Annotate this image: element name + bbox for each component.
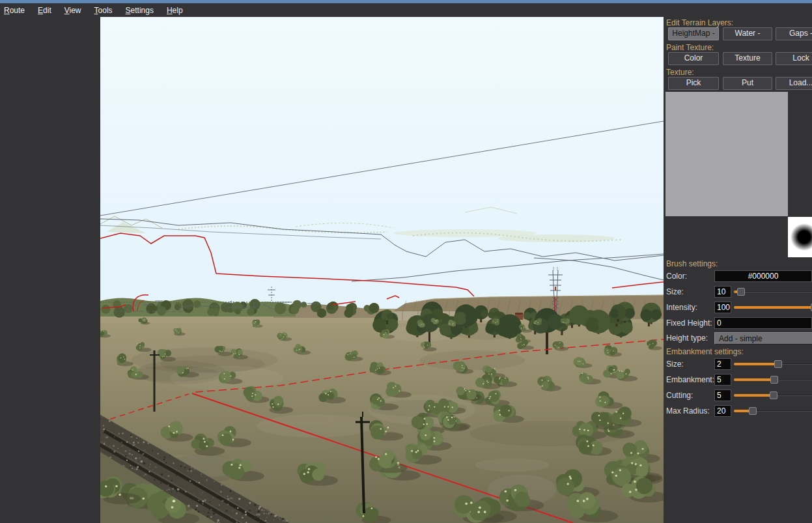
max-radius-input[interactable]: 20 (714, 405, 731, 417)
brush-color-field[interactable]: #000000 (714, 270, 812, 282)
pick-button[interactable]: Pick (668, 77, 719, 90)
embankment-size-row: Size: 2 (664, 358, 812, 371)
fixed-height-label: Fixed Height: (666, 318, 712, 328)
brush-size-input[interactable]: 10 (714, 286, 731, 298)
slider-track[interactable] (734, 291, 812, 292)
embankment-settings-label: Embankment settings: (666, 347, 744, 356)
fixed-height-input[interactable]: 0 (714, 317, 812, 329)
texture-preview[interactable] (665, 92, 788, 216)
cutting-row: Cutting: 5 (664, 389, 812, 402)
brush-preview (788, 217, 812, 257)
menu-item-view[interactable]: View (58, 4, 88, 17)
cutting-label: Cutting: (666, 391, 693, 400)
slider-thumb[interactable] (737, 288, 745, 296)
embankment-input[interactable]: 5 (714, 374, 731, 386)
slider-thumb[interactable] (774, 360, 782, 368)
brush-size-label: Size: (666, 287, 684, 296)
texture-label: Texture: (666, 68, 694, 77)
brush-color-row: Color: #000000 (664, 270, 812, 283)
texture-button[interactable]: Texture (723, 52, 772, 65)
slider-fill (734, 363, 778, 365)
brush-size-slider[interactable] (734, 286, 812, 298)
brush-settings-label: Brush settings: (666, 259, 718, 268)
paint-texture-label: Paint Texture: (666, 43, 714, 52)
gaps-button[interactable]: Gaps - (776, 27, 812, 40)
slider-fill (734, 394, 774, 397)
slider-fill (734, 378, 774, 381)
put-button[interactable]: Put (723, 77, 772, 90)
max-radius-slider[interactable] (734, 405, 812, 417)
embankment-size-slider[interactable] (734, 358, 812, 370)
brush-intensity-row: Intensity: 100 (664, 302, 812, 314)
height-type-row: Height type: Add - simple (664, 332, 812, 345)
embankment-label: Embankment: (666, 375, 714, 384)
menu-item-settings[interactable]: Settings (119, 4, 160, 17)
load-button[interactable]: Load... (776, 77, 812, 90)
terrain-layers-label: Edit Terrain Layers: (666, 18, 733, 27)
brush-size-row: Size: 10 (664, 286, 812, 298)
cutting-slider[interactable] (734, 389, 812, 401)
left-toolbar-area (0, 17, 100, 523)
max-radius-row: Max Radius: 20 (664, 405, 812, 417)
menu-item-edit[interactable]: Edit (31, 4, 58, 17)
slider-thumb[interactable] (749, 407, 757, 415)
color-button[interactable]: Color (668, 52, 719, 65)
embankment-row: Embankment: 5 (664, 374, 812, 386)
viewport-3d[interactable] (100, 17, 664, 523)
fixed-height-row: Fixed Height: 0 (664, 317, 812, 330)
menu-item-route[interactable]: Route (0, 4, 31, 17)
cutting-input[interactable]: 5 (714, 389, 731, 401)
height-type-dropdown[interactable]: Add - simple (714, 332, 812, 345)
brush-intensity-label: Intensity: (666, 303, 697, 312)
lock-button[interactable]: Lock (776, 52, 812, 65)
terrain-scene (100, 17, 664, 523)
embankment-size-input[interactable]: 2 (714, 358, 731, 370)
max-radius-label: Max Radius: (666, 406, 710, 416)
embankment-slider[interactable] (734, 374, 812, 386)
brush-intensity-input[interactable]: 100 (714, 302, 731, 313)
slider-thumb[interactable] (770, 376, 778, 384)
terrain-editor-panel: Edit Terrain Layers: HeightMap - Water -… (664, 17, 812, 523)
brush-color-label: Color: (666, 272, 687, 281)
heightmap-button[interactable]: HeightMap - (668, 27, 719, 40)
embankment-size-label: Size: (666, 360, 684, 369)
height-type-label: Height type: (666, 333, 708, 343)
menu-item-tools[interactable]: Tools (88, 4, 119, 17)
slider-fill (734, 306, 812, 309)
menu-item-help[interactable]: Help (160, 4, 189, 17)
brush-intensity-slider[interactable] (734, 302, 812, 313)
menu-bar: Route Edit View Tools Settings Help (0, 3, 812, 17)
water-button[interactable]: Water - (723, 27, 772, 40)
slider-thumb[interactable] (770, 391, 777, 399)
